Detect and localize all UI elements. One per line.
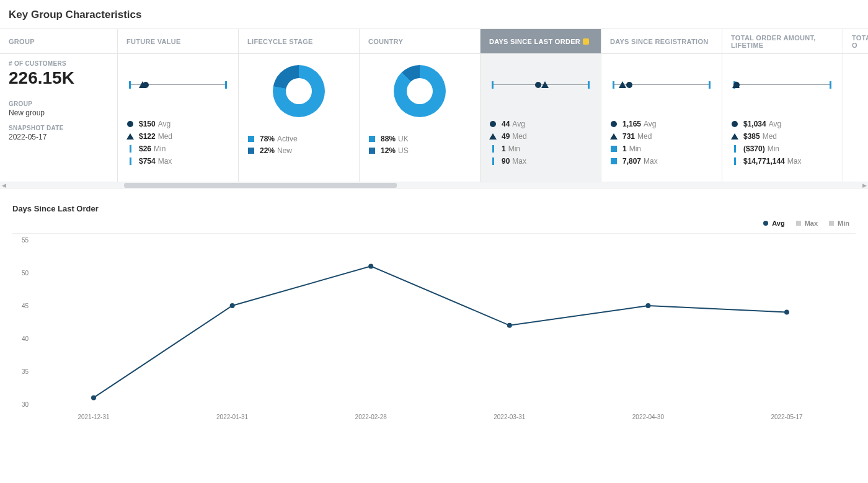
svg-point-2: [368, 264, 373, 268]
card-header-future-value[interactable]: FUTURE VALUE: [118, 29, 238, 54]
svg-point-3: [507, 323, 512, 328]
range-indicator: [613, 81, 711, 89]
circle-icon: [490, 121, 496, 127]
range-indicator: [129, 81, 227, 89]
stat-avg: $150Avg: [126, 120, 229, 128]
card-future-value: FUTURE VALUE $150Avg $122Med $26Min $754…: [118, 29, 239, 182]
horizontal-scrollbar[interactable]: ◀ ▶: [0, 182, 868, 188]
stat-max: $754Max: [126, 157, 229, 166]
triangle-icon: [126, 133, 134, 140]
tick-icon: [734, 157, 736, 165]
tick-icon: [492, 157, 494, 165]
slice-row: 22%New: [247, 146, 350, 155]
square-icon: [796, 221, 801, 226]
card-days-last-order: DAYS SINCE LAST ORDER 44Avg 49Med 1Min 9…: [480, 29, 601, 182]
flag-icon: [583, 38, 589, 45]
circle-icon: [763, 221, 768, 226]
svg-point-0: [91, 395, 96, 400]
square-icon: [611, 146, 617, 152]
stat-max: $14,771,144Max: [731, 157, 834, 166]
card-total-order: TOTAL ORDER AMOUNT, LIFETIME $1,034Avg $…: [722, 29, 843, 182]
cards-row: GROUP # OF CUSTOMERS 226.15K GROUP New g…: [0, 29, 868, 182]
svg-point-4: [645, 303, 650, 308]
circle-icon: [611, 121, 617, 127]
donut-chart: [394, 65, 446, 117]
page-title: Key Group Characteristics: [0, 0, 868, 29]
triangle-icon: [610, 133, 618, 140]
stat-min: $26Min: [126, 144, 229, 153]
slice-row: 12%US: [368, 146, 471, 155]
chart-title: Days Since Last Order: [12, 204, 856, 213]
stat-min: ($370)Min: [731, 144, 834, 153]
slice-row: 88%UK: [368, 135, 471, 143]
card-header-days-last-order[interactable]: DAYS SINCE LAST ORDER: [480, 29, 601, 54]
tick-icon: [492, 145, 494, 153]
card-partial: TOTAL O: [843, 29, 868, 182]
scroll-right-icon[interactable]: ▶: [861, 182, 868, 188]
chart-legend: Avg Max Min: [12, 219, 849, 227]
card-header-total-order[interactable]: TOTAL ORDER AMOUNT, LIFETIME: [722, 29, 843, 54]
square-icon: [248, 136, 254, 142]
group-label: GROUP: [9, 100, 108, 107]
snapshot-date: 2022-05-17: [9, 133, 108, 141]
stat-min: 1Min: [610, 144, 713, 153]
chart-section: Days Since Last Order Avg Max Min 303540…: [0, 188, 868, 425]
card-days-reg: DAYS SINCE REGISTRATION 1,165Avg 731Med …: [601, 29, 722, 182]
slice-row: 78%Active: [247, 135, 350, 143]
card-header-partial[interactable]: TOTAL O: [843, 29, 868, 54]
stat-min: 1Min: [489, 144, 592, 153]
legend-max[interactable]: Max: [796, 219, 818, 227]
stat-med: $385Med: [731, 132, 834, 141]
count-value: 226.15K: [9, 68, 108, 88]
range-indicator: [492, 81, 590, 89]
legend-avg[interactable]: Avg: [763, 219, 784, 227]
line-chart: 3035404550552021-12-312022-01-312022-02-…: [12, 233, 856, 425]
range-indicator: [733, 81, 831, 89]
tick-icon: [734, 145, 736, 153]
square-icon: [369, 148, 375, 154]
legend-min[interactable]: Min: [829, 219, 849, 227]
square-icon: [248, 148, 254, 154]
square-icon: [611, 158, 617, 164]
scroll-left-icon[interactable]: ◀: [0, 182, 7, 188]
card-group: GROUP # OF CUSTOMERS 226.15K GROUP New g…: [0, 29, 118, 182]
card-header-country[interactable]: COUNTRY: [360, 29, 480, 54]
circle-icon: [127, 121, 133, 127]
tick-icon: [130, 157, 131, 165]
card-header-days-reg[interactable]: DAYS SINCE REGISTRATION: [601, 29, 722, 54]
stat-avg: 44Avg: [489, 120, 592, 128]
scroll-thumb[interactable]: [124, 183, 397, 188]
group-name: New group: [9, 109, 108, 117]
square-icon: [369, 136, 375, 142]
stat-med: 49Med: [489, 132, 592, 141]
card-header-lifecycle[interactable]: LIFECYCLE STAGE: [239, 29, 359, 54]
stat-med: 731Med: [610, 132, 713, 141]
stat-avg: $1,034Avg: [731, 120, 834, 128]
triangle-icon: [489, 133, 497, 140]
square-icon: [829, 221, 834, 226]
svg-point-5: [784, 310, 789, 315]
stat-avg: 1,165Avg: [610, 120, 713, 128]
circle-icon: [732, 121, 738, 127]
stat-max: 7,807Max: [610, 157, 713, 166]
stat-max: 90Max: [489, 157, 592, 166]
cards-panel: GROUP # OF CUSTOMERS 226.15K GROUP New g…: [0, 29, 868, 188]
svg-point-1: [230, 303, 235, 308]
snapshot-label: SNAPSHOT DATE: [9, 125, 108, 131]
stat-med: $122Med: [126, 132, 229, 141]
card-country: COUNTRY 88%UK 12%US: [360, 29, 480, 182]
card-lifecycle: LIFECYCLE STAGE 78%Active 22%New: [239, 29, 360, 182]
count-label: # OF CUSTOMERS: [9, 60, 108, 67]
donut-chart: [273, 65, 325, 117]
triangle-icon: [731, 133, 738, 140]
card-header-group[interactable]: GROUP: [0, 29, 117, 54]
tick-icon: [130, 145, 131, 153]
